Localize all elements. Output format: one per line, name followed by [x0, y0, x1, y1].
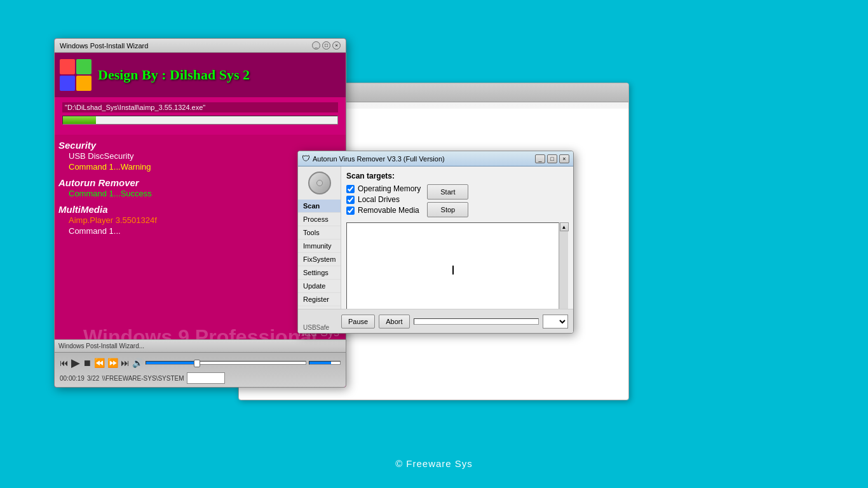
wizard-filepath: "D:\DiLshad_Sys\Install\aimp_3.55.1324.e…	[62, 102, 338, 112]
logo-q2	[76, 59, 92, 74]
wizard-section-security: Security	[58, 140, 342, 151]
autorun-title: Autorun Virus Remover V3.3 (Full Version…	[313, 155, 445, 163]
autorun-action-buttons: Start Stop	[427, 184, 468, 220]
player-skip-prev-btn[interactable]: ⏪	[94, 358, 105, 368]
autorun-body: Scan Process Tools Immunity FixSystem Se…	[298, 166, 573, 333]
autorun-close-button[interactable]: ×	[559, 154, 569, 163]
player-track-fill	[146, 362, 194, 364]
windows-logo	[60, 59, 92, 91]
wizard-title: Windows Post-Install Wizard	[60, 42, 148, 50]
start-button[interactable]: Start	[427, 184, 468, 200]
player-skip-next-btn[interactable]: ⏩	[107, 358, 118, 368]
wizard-statusbar: Windows Post-Install Wizard...	[55, 339, 346, 352]
scan-scrollbar[interactable]: ▲ ▼	[559, 222, 568, 320]
target-removable-label: Removable Media	[358, 206, 419, 215]
sidebar-item-fixsystem[interactable]: FixSystem	[298, 253, 341, 266]
player-stop-btn[interactable]: ⏹	[83, 358, 92, 368]
desktop-copyright: © Freeware Sys	[395, 458, 473, 469]
logo-q1	[60, 59, 75, 74]
wizard-titlebar-buttons: _ □ ×	[312, 41, 341, 50]
player-volume-slider[interactable]	[309, 361, 341, 365]
player-thumb	[194, 360, 200, 367]
logo-q4	[76, 76, 92, 91]
wizard-status-text: Windows Post-Install Wizard...	[58, 342, 144, 349]
wizard-minimize-button[interactable]: _	[312, 41, 320, 50]
autorun-sidebar: Scan Process Tools Immunity FixSystem Se…	[298, 166, 341, 333]
target-drives-label: Local Drives	[358, 195, 400, 204]
player-dropdown[interactable]	[187, 372, 225, 384]
wizard-progress-fill	[63, 116, 96, 124]
player-track-num: 3/22	[87, 375, 99, 382]
autorun-nav: Scan Process Tools Immunity FixSystem Se…	[298, 200, 341, 320]
wizard-content: "D:\DiLshad_Sys\Install\aimp_3.55.1324.e…	[55, 97, 346, 135]
player-play-btn[interactable]: ▶	[71, 356, 80, 370]
wizard-progress-bar	[62, 116, 338, 125]
autorun-minimize-button[interactable]: _	[535, 154, 545, 163]
target-local-drives[interactable]: Local Drives	[346, 195, 421, 204]
autorun-main: Scan targets: Operating Memory Local Dri…	[341, 166, 573, 333]
sidebar-item-process[interactable]: Process	[298, 213, 341, 226]
autorun-icon: 🛡	[302, 154, 310, 163]
sidebar-item-register[interactable]: Register	[298, 293, 341, 306]
autorun-titlebar: 🛡 Autorun Virus Remover V3.3 (Full Versi…	[298, 151, 573, 166]
player-vol-fill	[309, 362, 331, 364]
abort-button[interactable]: Abort	[379, 315, 409, 329]
player-row-top: ⏮ ▶ ⏹ ⏪ ⏩ ⏭ 🔊	[60, 356, 341, 370]
wizard-player: ⏮ ▶ ⏹ ⏪ ⏩ ⏭ 🔊 00:00:19	[55, 352, 346, 387]
stop-button[interactable]: Stop	[427, 202, 468, 217]
player-path: \\FREEWARE-SYS\SYSTEM	[102, 375, 184, 382]
player-next-btn[interactable]: ⏭	[121, 358, 130, 368]
player-row-bottom: 00:00:19 3/22 \\FREEWARE-SYS\SYSTEM	[60, 372, 341, 384]
pause-button[interactable]: Pause	[341, 315, 375, 329]
player-track[interactable]	[146, 361, 306, 365]
autorun-progress-track	[414, 318, 539, 325]
sidebar-item-immunity[interactable]: Immunity	[298, 240, 341, 253]
target-memory-label: Operating Memory	[358, 184, 421, 193]
target-operating-memory[interactable]: Operating Memory	[346, 184, 421, 193]
wizard-maximize-button[interactable]: □	[322, 41, 330, 50]
usb-safe-label: USBSafe	[303, 324, 329, 331]
sidebar-item-scan[interactable]: Scan	[298, 200, 341, 213]
target-drives-checkbox[interactable]	[346, 196, 355, 204]
logo-q3	[60, 76, 75, 91]
sidebar-item-settings[interactable]: Settings	[298, 266, 341, 280]
scan-output	[346, 222, 559, 318]
target-removable-checkbox[interactable]	[346, 207, 355, 215]
wizard-banner: Design By : Dilshad Sys 2	[55, 53, 346, 97]
autorun-dropdown[interactable]	[543, 315, 568, 329]
desktop: Edition Windows Post-Install Wizard _ □ …	[0, 0, 868, 488]
scan-targets-label: Scan targets:	[346, 172, 568, 180]
autorun-bottom: USBSafe Pause Abort	[298, 309, 573, 333]
wizard-titlebar: Windows Post-Install Wizard _ □ ×	[55, 39, 346, 53]
player-time: 00:00:19	[60, 375, 85, 382]
scan-cursor	[452, 266, 454, 274]
sidebar-item-tools[interactable]: Tools	[298, 226, 341, 240]
scan-targets-list: Operating Memory Local Drives Removable …	[346, 184, 421, 215]
scroll-up-arrow[interactable]: ▲	[560, 222, 569, 231]
player-volume-icon: 🔊	[132, 358, 143, 368]
sidebar-item-update[interactable]: Update	[298, 280, 341, 293]
banner-text: Design By : Dilshad Sys 2	[98, 67, 250, 83]
scan-area: ▲ ▼	[346, 222, 568, 320]
autorun-window: 🛡 Autorun Virus Remover V3.3 (Full Versi…	[297, 151, 574, 334]
autorun-titlebar-buttons: _ □ ×	[535, 154, 569, 163]
wizard-close-button[interactable]: ×	[332, 41, 341, 50]
autorun-maximize-button[interactable]: □	[547, 154, 557, 163]
autorun-sidebar-icon	[307, 170, 332, 196]
target-memory-checkbox[interactable]	[346, 185, 355, 193]
player-prev-btn[interactable]: ⏮	[60, 358, 69, 368]
target-removable-media[interactable]: Removable Media	[346, 206, 421, 215]
